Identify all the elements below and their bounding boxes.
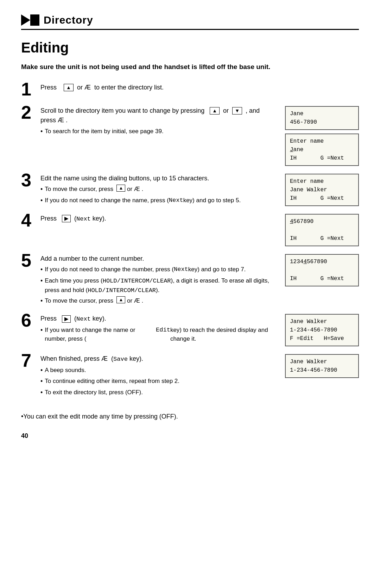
nav-up-btn2: ▲ xyxy=(210,107,220,114)
lcd-step5-1: 12344567890 IH G =Next xyxy=(285,254,359,286)
step-2-inner: Scroll to the directory item you want to… xyxy=(40,106,359,166)
step-4-text-col: Press ▶ (Next key). xyxy=(40,214,274,224)
lcd-4-cursor: 4 xyxy=(290,218,293,225)
step-7-number: 7 xyxy=(21,351,40,370)
step-6-row: 6 Press ▶ (Next key). If you want to cha… xyxy=(21,314,359,346)
step-3-main: Edit the name using the dialing buttons,… xyxy=(40,174,274,184)
step-6-content: Press ▶ (Next key). If you want to chang… xyxy=(40,314,359,346)
lcd-step4-1: 4567890 IH G =Next xyxy=(285,214,359,246)
step-5-number: 5 xyxy=(21,251,40,270)
step-3-bullet-1: To move the cursor, press ▲ or Æ . xyxy=(40,185,274,194)
step-6-main: Press ▶ (Next key). xyxy=(40,314,274,324)
steps-container: 1 Press ▲ or Æ to enter the directory li… xyxy=(21,83,359,406)
step-4-content: Press ▶ (Next key). 4567890 IH G =Next xyxy=(40,214,359,246)
step-7-bullet-3: To exit the directory list, press (OFF). xyxy=(40,388,274,398)
step-3-bullet-2: If you do not need to change the name, p… xyxy=(40,196,274,206)
header-block xyxy=(30,14,39,26)
step-3-row: 3 Edit the name using the dialing button… xyxy=(21,174,359,206)
step-5-inner: Add a number to the current number. If y… xyxy=(40,254,359,307)
step-4-main: Press ▶ (Next key). xyxy=(40,214,274,224)
step-3-displays: Enter name Jane Walker IH G =Next xyxy=(285,174,359,206)
step-6-text-col: Press ▶ (Next key). If you want to chang… xyxy=(40,314,274,343)
step-5-text-col: Add a number to the current number. If y… xyxy=(40,254,274,307)
step-2-row: 2 Scroll to the directory item you want … xyxy=(21,106,359,166)
header-title: Directory xyxy=(44,14,93,26)
nav-btn5: ▲ xyxy=(116,296,125,303)
step-6-displays: Jane Walker 1-234-456-7890 F =Edit H=Sav… xyxy=(285,314,359,346)
step-5-row: 5 Add a number to the current number. If… xyxy=(21,254,359,307)
lcd-step7-1: Jane Walker 1-234-456-7890 xyxy=(285,354,359,378)
step-2-displays: Jane 456-7890 Enter name Jane IH G =Next xyxy=(285,106,359,166)
nav-up-btn: ▲ xyxy=(64,84,74,91)
header-bar: Directory xyxy=(21,14,359,30)
bottom-note: •You can exit the edit mode any time by … xyxy=(21,412,359,422)
save-key-label: Save xyxy=(113,356,128,363)
intro-text: Make sure the unit is not being used and… xyxy=(21,62,359,72)
next-key-label: Next xyxy=(169,196,183,205)
lcd-step2-2: Enter name Jane IH G =Next xyxy=(285,134,359,166)
step-3-number: 3 xyxy=(21,171,40,189)
arrow-icon xyxy=(21,14,30,26)
step-3-text-col: Edit the name using the dialing buttons,… xyxy=(40,174,274,206)
step-6-inner: Press ▶ (Next key). If you want to chang… xyxy=(40,314,359,346)
step-2-main: Scroll to the directory item you want to… xyxy=(40,106,274,126)
lcd-step2-1: Jane 456-7890 xyxy=(285,106,359,130)
step-4-number: 4 xyxy=(21,211,40,229)
lcd-step6-1: Jane Walker 1-234-456-7890 F =Edit H=Sav… xyxy=(285,314,359,346)
step-1-number: 1 xyxy=(21,80,40,98)
step-5-main: Add a number to the current number. xyxy=(40,254,274,264)
step-3-inner: Edit the name using the dialing buttons,… xyxy=(40,174,359,206)
next-key-4: Next xyxy=(76,216,91,222)
nav-btn4: ▶ xyxy=(62,215,71,222)
step-7-bullet-2: To continue editing other items, repeat … xyxy=(40,377,274,386)
lcd-5-cursor: 4 xyxy=(303,259,307,265)
step-7-main: When finished, press Æ (Save key). xyxy=(40,354,274,364)
step-7-row: 7 When finished, press Æ (Save key). A b… xyxy=(21,354,359,398)
step-7-displays: Jane Walker 1-234-456-7890 xyxy=(285,354,359,378)
step-1-row: 1 Press ▲ or Æ to enter the directory li… xyxy=(21,83,359,98)
step-2-content: Scroll to the directory item you want to… xyxy=(40,106,359,166)
step-2-bullet-1: To search for the item by initial, see p… xyxy=(40,127,274,137)
hold-key-label: HOLD/INTERCOM/CLEAR xyxy=(103,278,171,284)
step-6-number: 6 xyxy=(21,311,40,329)
step-5-bullet-3: To move the cursor, press ▲ or Æ . xyxy=(40,296,274,306)
step-5-bullet-1: If you do not need to change the number,… xyxy=(40,265,274,275)
step-1-content: Press ▲ or Æ to enter the directory list… xyxy=(40,83,359,93)
step-1-text: Press ▲ or Æ to enter the directory list… xyxy=(40,83,359,93)
step-2-text-col: Scroll to the directory item you want to… xyxy=(40,106,274,137)
step-7-text-col: When finished, press Æ (Save key). A bee… xyxy=(40,354,274,398)
nav-btn6: ▶ xyxy=(62,315,71,323)
step-4-row: 4 Press ▶ (Next key). 4567890 IH G =Next xyxy=(21,214,359,246)
step-2-number: 2 xyxy=(21,103,40,122)
step-4-inner: Press ▶ (Next key). 4567890 IH G =Next xyxy=(40,214,359,246)
step-7-inner: When finished, press Æ (Save key). A bee… xyxy=(40,354,359,398)
nav-down-btn2: ▼ xyxy=(232,107,242,114)
bottom-note-text: •You can exit the edit mode any time by … xyxy=(21,413,178,420)
nav-up-btn3: ▲ xyxy=(116,185,125,192)
step-5-displays: 12344567890 IH G =Next xyxy=(285,254,359,286)
page-title: Editing xyxy=(21,40,359,56)
step-7-content: When finished, press Æ (Save key). A bee… xyxy=(40,354,359,398)
step-5-content: Add a number to the current number. If y… xyxy=(40,254,359,307)
next-key-6: Next xyxy=(76,316,91,322)
hold-key-label2: HOLD/INTERCOM/CLEAR xyxy=(88,287,156,294)
page-number: 40 xyxy=(21,432,359,440)
next-key-5a: Next xyxy=(174,265,188,274)
step-4-displays: 4567890 IH G =Next xyxy=(285,214,359,246)
edit-key-label: Edit xyxy=(156,326,170,335)
step-6-bullet-1: If you want to change the name or number… xyxy=(40,326,274,343)
step-7-bullet-1: A beep sounds. xyxy=(40,366,274,376)
lcd-cursor: J xyxy=(290,147,293,153)
step-3-content: Edit the name using the dialing buttons,… xyxy=(40,174,359,206)
step-5-bullet-2: Each time you press (HOLD/INTERCOM/CLEAR… xyxy=(40,276,274,295)
lcd-step3-1: Enter name Jane Walker IH G =Next xyxy=(285,174,359,206)
